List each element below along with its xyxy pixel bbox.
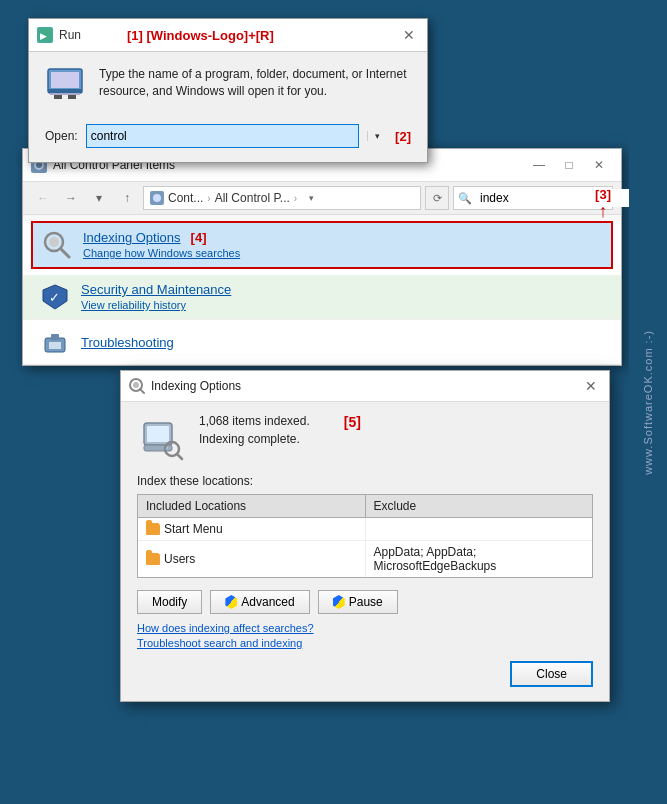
svg-line-29 — [177, 454, 182, 459]
affect-searches-link[interactable]: How does indexing affect searches? — [137, 622, 593, 634]
recent-btn[interactable]: ▾ — [87, 187, 111, 209]
svg-point-14 — [49, 237, 59, 247]
run-close-button[interactable]: ✕ — [399, 25, 419, 45]
table-row: Users AppData; AppData; MicrosoftEdgeBac… — [138, 541, 592, 577]
idx-table-body: Start Menu Users AppData; AppData; Micro… — [138, 518, 592, 577]
idx-title-icon — [129, 378, 145, 394]
refresh-btn[interactable]: ⟳ — [425, 186, 449, 210]
idx-close-btn[interactable]: ✕ — [581, 376, 601, 396]
table-row: Start Menu — [138, 518, 592, 541]
open-input[interactable] — [87, 125, 358, 147]
svg-rect-7 — [51, 72, 79, 88]
cp-navbar: ← → ▾ ↑ Cont... › All Control P... › ▾ ⟳… — [23, 182, 621, 215]
svg-point-12 — [153, 194, 161, 202]
svg-text:✓: ✓ — [49, 290, 60, 305]
run-body: Type the name of a program, folder, docu… — [29, 52, 427, 116]
shield-icon-pause — [333, 595, 345, 609]
svg-line-23 — [140, 389, 144, 393]
indexing-dialog: Indexing Options ✕ 1,068 items indexed. — [120, 370, 610, 702]
security-maintenance-item[interactable]: ✓ Security and Maintenance View reliabil… — [23, 275, 621, 320]
advanced-button[interactable]: Advanced — [210, 590, 309, 614]
run-open-row: Open: ▾ [2] — [29, 116, 427, 162]
address-dropdown-btn[interactable]: ▾ — [301, 187, 321, 209]
svg-rect-20 — [51, 334, 59, 340]
step5-label: [5] — [344, 414, 361, 430]
th-exclude: Exclude — [366, 495, 593, 517]
svg-rect-19 — [49, 342, 61, 349]
search-box: 🔍 ✕ — [453, 186, 613, 210]
cp-content: Indexing Options [4] Change how Windows … — [23, 221, 621, 365]
address-cp-icon — [150, 191, 164, 205]
run-app-icon — [45, 66, 85, 102]
idx-status-icon — [137, 414, 185, 462]
td-exclude-1 — [366, 518, 593, 540]
address-part2: All Control P... — [215, 191, 290, 205]
run-dialog: ▶ Run [1] [Windows-Logo]+[R] ✕ Type the … — [28, 18, 428, 163]
troubleshooting-item[interactable]: Troubleshooting — [23, 320, 621, 365]
svg-line-15 — [61, 249, 69, 257]
idx-title: Indexing Options — [151, 379, 241, 393]
idx-titlebar: Indexing Options ✕ — [121, 371, 609, 402]
svg-text:▶: ▶ — [40, 31, 47, 41]
idx-links: How does indexing affect searches? Troub… — [137, 622, 593, 649]
forward-btn[interactable]: → — [59, 187, 83, 209]
run-step-label: [2] — [395, 129, 411, 144]
open-label: Open: — [45, 129, 78, 143]
indexing-desc[interactable]: Change how Windows searches — [83, 247, 240, 259]
td-exclude-2: AppData; AppData; MicrosoftEdgeBackups — [366, 541, 593, 577]
indexing-options-item[interactable]: Indexing Options [4] Change how Windows … — [31, 221, 613, 269]
idx-table: Included Locations Exclude Start Menu Us… — [137, 494, 593, 578]
shield-icon — [225, 595, 237, 609]
idx-table-header: Included Locations Exclude — [138, 495, 592, 518]
step4-label: [4] — [191, 230, 207, 245]
folder-icon — [146, 523, 160, 535]
cp-close-btn[interactable]: ✕ — [585, 154, 613, 176]
run-description: Type the name of a program, folder, docu… — [99, 66, 411, 100]
watermark: www.SoftwareOK.com :-) — [629, 0, 667, 804]
idx-count: 1,068 items indexed. — [199, 414, 310, 428]
idx-bottom-row: Close — [137, 657, 593, 689]
step3-label: [3] — [595, 187, 611, 202]
folder-icon — [146, 553, 160, 565]
address-bar: Cont... › All Control P... › ▾ — [143, 186, 421, 210]
svg-rect-6 — [50, 93, 80, 95]
control-panel-window: All Control Panel Items — □ ✕ ← → ▾ ↑ Co… — [22, 148, 622, 366]
cp-minimize-btn[interactable]: — — [525, 154, 553, 176]
pause-button[interactable]: Pause — [318, 590, 398, 614]
td-location-2: Users — [138, 541, 366, 577]
back-btn[interactable]: ← — [31, 187, 55, 209]
address-part1: Cont... — [168, 191, 203, 205]
security-desc[interactable]: View reliability history — [81, 299, 186, 311]
watermark-text: www.SoftwareOK.com :-) — [642, 330, 654, 475]
step3-arrow: ↑ — [599, 202, 608, 220]
idx-body: 1,068 items indexed. Indexing complete. … — [121, 402, 609, 701]
idx-close-button[interactable]: Close — [510, 661, 593, 687]
svg-rect-3 — [48, 89, 82, 93]
cp-maximize-btn[interactable]: □ — [555, 154, 583, 176]
troubleshooting-title[interactable]: Troubleshooting — [81, 335, 174, 350]
troubleshoot-link[interactable]: Troubleshoot search and indexing — [137, 637, 593, 649]
run-icon: ▶ — [37, 27, 53, 43]
idx-complete: Indexing complete. — [199, 432, 310, 446]
idx-buttons: Modify Advanced Pause — [137, 590, 593, 614]
th-included: Included Locations — [138, 495, 366, 517]
up-btn[interactable]: ↑ — [115, 187, 139, 209]
run-title: Run — [59, 28, 81, 42]
run-titlebar: ▶ Run [1] [Windows-Logo]+[R] ✕ — [29, 19, 427, 52]
troubleshooting-icon — [39, 326, 71, 358]
svg-rect-25 — [147, 426, 169, 442]
open-dropdown-btn[interactable]: ▾ — [367, 131, 387, 141]
indexing-icon — [41, 229, 73, 261]
step3-annotation: [3] ↑ — [595, 187, 611, 220]
search-icon: 🔍 — [454, 192, 476, 205]
open-input-wrapper — [86, 124, 359, 148]
security-title[interactable]: Security and Maintenance — [81, 282, 231, 297]
svg-point-22 — [133, 382, 139, 388]
svg-rect-5 — [68, 95, 76, 99]
indexing-title[interactable]: Indexing Options — [83, 230, 181, 245]
idx-status-row: 1,068 items indexed. Indexing complete. … — [137, 414, 593, 462]
idx-section-label: Index these locations: — [137, 474, 593, 488]
td-location-1: Start Menu — [138, 518, 366, 540]
svg-rect-4 — [54, 95, 62, 99]
modify-button[interactable]: Modify — [137, 590, 202, 614]
